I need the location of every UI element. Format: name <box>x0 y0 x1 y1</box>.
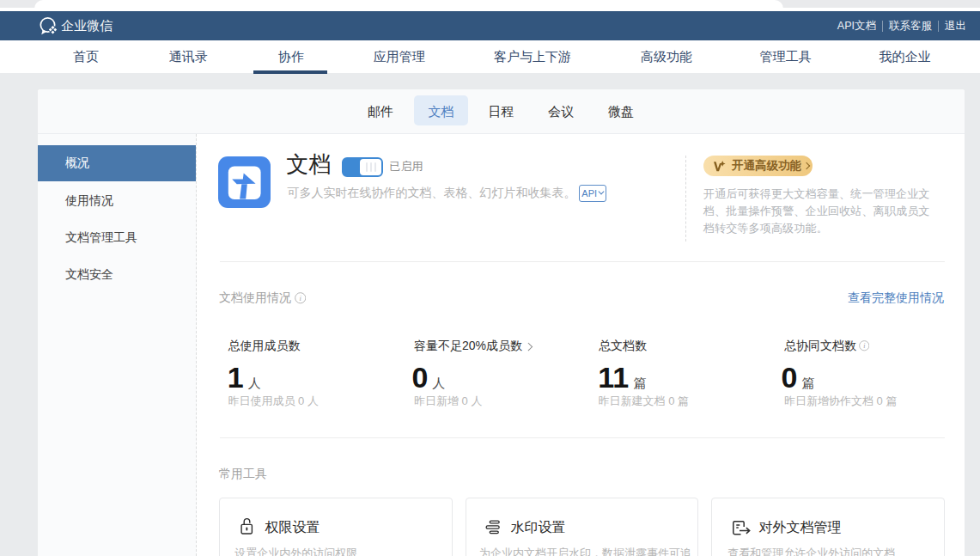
svg-text:i: i <box>299 294 301 302</box>
svg-text:i: i <box>863 342 865 350</box>
